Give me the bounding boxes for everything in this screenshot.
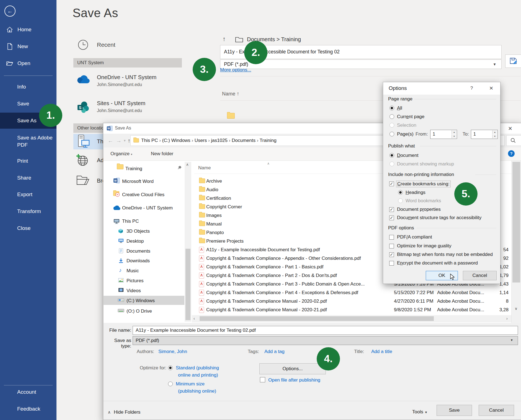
page-range-pages-radio[interactable] xyxy=(390,132,394,136)
tree-item-music[interactable]: Music xyxy=(127,268,139,274)
page-range-all-label[interactable]: All xyxy=(397,105,402,111)
back-button[interactable]: ← xyxy=(4,6,16,17)
scroll-left-icon[interactable]: ‹ xyxy=(194,316,195,321)
from-spinner[interactable]: 1 ▲ ▼ xyxy=(430,130,457,139)
path-segment[interactable]: Training xyxy=(260,138,277,143)
sidebar-item-export[interactable]: Export xyxy=(17,191,54,198)
new-folder-button[interactable]: New folder xyxy=(151,151,173,157)
add-title-link[interactable]: Add a title xyxy=(371,349,392,354)
authors-value[interactable]: Simone, John xyxy=(158,349,187,354)
document-properties-label[interactable]: Document properties xyxy=(397,207,441,212)
publish-document-label[interactable]: Document xyxy=(397,153,418,158)
standard-radio-label[interactable]: Standard (publishing xyxy=(176,365,219,371)
h-scrollbar-thumb[interactable] xyxy=(200,316,434,321)
path-segment[interactable]: jas1025 xyxy=(211,138,228,143)
tree-item-creative-cloud-files[interactable]: Creative Cloud Files xyxy=(122,192,164,198)
scroll-right-icon[interactable]: › xyxy=(506,316,508,321)
tree-item-o-drive[interactable]: (O:) O Drive xyxy=(127,308,152,314)
tree-item-c-drive[interactable]: (C:) Windows xyxy=(127,298,155,304)
publish-document-radio[interactable] xyxy=(390,153,394,158)
sidebar-item-feedback[interactable]: Feedback xyxy=(17,406,54,412)
create-bookmarks-checkbox[interactable] xyxy=(389,182,394,186)
spinner-up-icon[interactable]: ▲ xyxy=(492,130,497,134)
file-row[interactable]: ΛCopyright & Trademark Compliance Manual… xyxy=(194,305,511,314)
hide-folders-button[interactable]: Hide Folders xyxy=(114,409,140,415)
spinner-up-icon[interactable]: ▲ xyxy=(452,130,456,134)
tree-item-this-pc[interactable]: This PC xyxy=(122,219,139,224)
path-segment[interactable]: This PC xyxy=(141,138,158,143)
cancel-button[interactable]: Cancel xyxy=(463,271,497,280)
save-as-type-dropdown[interactable]: PDF (*.pdf) ▼ xyxy=(133,336,518,345)
sidebar-item-share[interactable]: Share xyxy=(17,175,54,181)
encrypt-document-checkbox[interactable] xyxy=(389,261,394,266)
optimize-image-quality-checkbox[interactable] xyxy=(389,244,394,248)
spinner-down-icon[interactable]: ▼ xyxy=(492,134,497,138)
sidebar-item-new[interactable]: New xyxy=(0,42,56,51)
page-range-pages-label[interactable]: Page(s) xyxy=(397,131,414,137)
path-segment[interactable]: (C:) Windows xyxy=(162,138,190,143)
close-icon[interactable]: ✕ xyxy=(508,125,512,132)
tree-item-desktop[interactable]: Desktop xyxy=(127,238,144,244)
scroll-down-icon[interactable]: ∨ xyxy=(515,306,517,311)
tree-item-3d-objects[interactable]: 3D Objects xyxy=(127,229,150,234)
nav-back-icon[interactable]: ← xyxy=(108,137,113,144)
dialog-help-icon[interactable]: ? xyxy=(470,85,473,91)
organize-menu[interactable]: Organize ▾ xyxy=(110,151,132,157)
nav-forward-icon[interactable]: → xyxy=(116,137,122,144)
tree-item-onedrive[interactable]: OneDrive - UNT System xyxy=(122,205,173,211)
sidebar-item-close[interactable]: Close xyxy=(17,225,54,232)
places-item-sites[interactable]: Sites - UNT System John.Simone@unt.edu xyxy=(97,100,145,113)
sidebar-item-print[interactable]: Print xyxy=(17,158,54,164)
places-item-recent[interactable]: Recent xyxy=(97,42,115,48)
document-structure-tags-label[interactable]: Document structure tags for accessibilit… xyxy=(397,215,481,221)
scroll-up-icon[interactable]: ∧ xyxy=(186,162,189,167)
bitmap-text-checkbox[interactable] xyxy=(389,252,394,257)
file-row[interactable]: ΛCopyright & Trademark Compliance - Part… xyxy=(194,288,511,297)
create-bookmarks-label[interactable]: Create bookmarks using: xyxy=(396,181,450,187)
document-structure-tags-checkbox[interactable] xyxy=(389,216,394,220)
search-box[interactable] xyxy=(506,135,521,146)
tree-item-training[interactable]: Training xyxy=(125,166,142,172)
options-button[interactable]: Options... xyxy=(259,363,326,374)
spinner-down-icon[interactable]: ▼ xyxy=(452,134,456,138)
sidebar-item-open[interactable]: Open xyxy=(0,58,56,68)
filename-input[interactable]: A11y - Example Inaccessible Document for… xyxy=(133,326,518,335)
tree-item-downloads[interactable]: Downloads xyxy=(127,258,150,264)
cancel-button[interactable]: Cancel xyxy=(479,405,514,416)
to-spinner[interactable]: 1 ▲ ▼ xyxy=(471,130,498,139)
add-tag-link[interactable]: Add a tag xyxy=(264,349,285,354)
document-properties-checkbox[interactable] xyxy=(389,207,394,212)
up-folder-icon[interactable]: ↑ xyxy=(223,35,226,43)
tools-menu[interactable]: Tools ▼ xyxy=(412,409,427,415)
tree-item-pictures[interactable]: Pictures xyxy=(127,278,143,284)
encrypt-document-label[interactable]: Encrypt the document with a password xyxy=(397,260,478,266)
sidebar-item-save-as-adobe-pdf[interactable]: Save as Adobe PDF xyxy=(17,134,54,149)
help-icon[interactable]: ? xyxy=(508,150,515,157)
name-column-header[interactable]: Name ↑ xyxy=(222,91,239,97)
pdfa-compliant-checkbox[interactable] xyxy=(389,235,394,240)
page-range-current-radio[interactable] xyxy=(390,114,394,119)
list-scrollbar-thumb[interactable] xyxy=(512,162,520,282)
places-item-onedrive[interactable]: OneDrive - UNT System John.Simone@unt.ed… xyxy=(97,74,156,87)
headings-radio[interactable] xyxy=(398,190,403,195)
file-row[interactable]: ΛCopyright & Trademark Compliance Manual… xyxy=(194,297,511,305)
minimum-size-radio[interactable] xyxy=(168,382,173,386)
nav-up-icon[interactable]: ↑ xyxy=(128,137,130,144)
save-a-copy-button[interactable] xyxy=(505,55,521,68)
more-options-link[interactable]: More options... xyxy=(220,67,251,73)
sidebar-item-info[interactable]: Info xyxy=(17,84,54,90)
bitmap-text-label[interactable]: Bitmap text when fonts may not be embedd… xyxy=(397,252,493,257)
page-range-all-radio[interactable] xyxy=(390,106,394,110)
sidebar-item-account[interactable]: Account xyxy=(17,389,54,395)
pdfa-compliant-label[interactable]: PDF/A compliant xyxy=(397,234,432,240)
path-segment[interactable]: Documents xyxy=(232,138,256,143)
list-column-header-name[interactable]: Name xyxy=(198,165,211,171)
tree-item-videos[interactable]: Videos xyxy=(127,288,141,294)
optimize-image-quality-label[interactable]: Optimize for image quality xyxy=(397,243,452,249)
standard-radio[interactable] xyxy=(168,365,173,370)
sidebar-item-transform[interactable]: Transform xyxy=(17,208,54,215)
tree-item-documents[interactable]: Documents xyxy=(127,248,150,254)
open-after-publishing-checkbox[interactable] xyxy=(260,377,265,382)
headings-label[interactable]: Headings xyxy=(406,190,425,195)
sidebar-item-home[interactable]: Home xyxy=(0,25,56,35)
